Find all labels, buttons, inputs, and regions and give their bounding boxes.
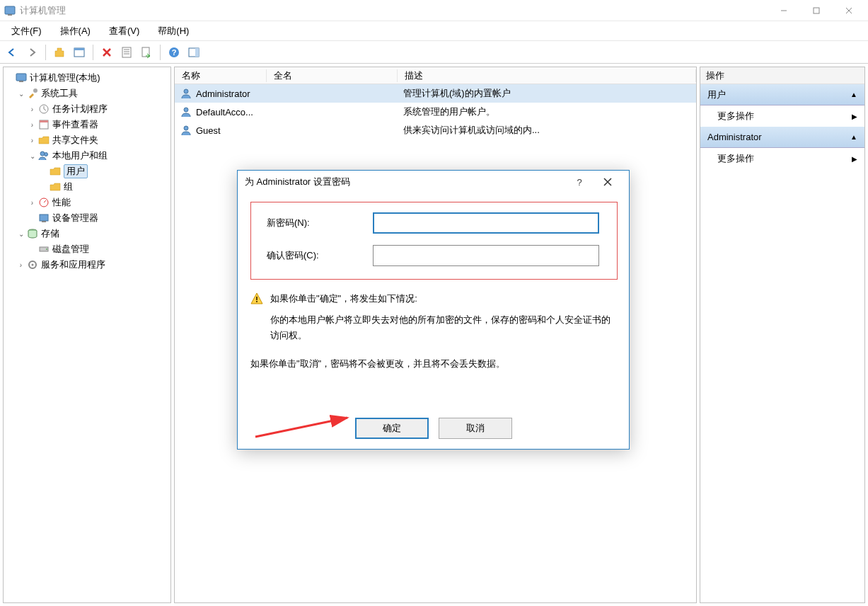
chevron-right-icon: ▶ bbox=[852, 155, 857, 163]
svg-point-31 bbox=[46, 248, 47, 250]
col-desc[interactable]: 描述 bbox=[398, 69, 696, 82]
folder-icon bbox=[50, 166, 61, 177]
menubar: 文件(F) 操作(A) 查看(V) 帮助(H) bbox=[0, 21, 868, 41]
new-password-input[interactable] bbox=[373, 212, 599, 234]
svg-rect-17 bbox=[195, 48, 199, 57]
svg-point-36 bbox=[184, 126, 188, 130]
up-button[interactable] bbox=[50, 43, 69, 62]
chevron-right-icon: ▶ bbox=[852, 113, 857, 120]
menu-view[interactable]: 查看(V) bbox=[102, 22, 146, 40]
tools-icon bbox=[27, 88, 38, 99]
tree-root[interactable]: 计算机管理(本地) bbox=[5, 70, 169, 86]
collapse-icon[interactable]: ⌄ bbox=[16, 230, 25, 238]
password-group: 新密码(N): 确认密码(C): bbox=[250, 202, 618, 280]
dialog-close-button[interactable] bbox=[594, 171, 622, 193]
event-icon bbox=[38, 119, 50, 130]
tree-services[interactable]: › 服务和应用程序 bbox=[5, 257, 169, 273]
close-button[interactable] bbox=[833, 0, 865, 21]
expand-icon[interactable]: › bbox=[28, 199, 37, 207]
tree-event-viewer[interactable]: › 事件查看器 bbox=[5, 117, 169, 132]
device-icon bbox=[38, 212, 50, 224]
svg-point-20 bbox=[33, 88, 37, 93]
action-pane-button[interactable] bbox=[185, 43, 203, 62]
delete-button[interactable] bbox=[98, 43, 116, 62]
svg-rect-23 bbox=[40, 120, 48, 122]
user-icon bbox=[180, 125, 192, 136]
menu-file[interactable]: 文件(F) bbox=[4, 22, 49, 40]
confirm-password-input[interactable] bbox=[373, 245, 599, 266]
tree-pane: 计算机管理(本地) ⌄ 系统工具 › 任务计划程序 › 事件查看器 › 共享文件… bbox=[3, 67, 171, 603]
forward-button[interactable] bbox=[23, 43, 41, 62]
users-icon bbox=[38, 150, 50, 161]
cancel-info: 如果你单击"取消"，密码将不会被更改，并且将不会丢失数据。 bbox=[250, 356, 618, 372]
col-full[interactable]: 全名 bbox=[267, 69, 398, 82]
user-icon bbox=[180, 88, 192, 99]
tree-performance[interactable]: › 性能 bbox=[5, 195, 169, 210]
dialog-help-button[interactable]: ? bbox=[565, 171, 594, 193]
list-row[interactable]: Administrator 管理计算机(域)的内置帐户 bbox=[175, 84, 696, 103]
list-header: 名称 全名 描述 bbox=[175, 67, 696, 84]
svg-text:?: ? bbox=[172, 48, 177, 57]
set-password-dialog: 为 Administrator 设置密码 ? 新密码(N): 确认密码(C): … bbox=[237, 170, 630, 450]
svg-rect-8 bbox=[122, 47, 131, 57]
svg-rect-7 bbox=[74, 48, 84, 50]
properties-button[interactable] bbox=[117, 43, 136, 62]
help-button[interactable]: ? bbox=[165, 43, 183, 62]
expand-icon[interactable]: › bbox=[16, 261, 25, 269]
tree-storage[interactable]: ⌄ 存储 bbox=[5, 226, 169, 241]
svg-rect-1 bbox=[8, 14, 12, 16]
svg-point-35 bbox=[184, 108, 188, 112]
collapse-icon[interactable]: ⌄ bbox=[28, 152, 37, 160]
expand-icon[interactable]: › bbox=[28, 105, 37, 113]
list-row[interactable]: DefaultAcco... 系统管理的用户帐户。 bbox=[175, 103, 696, 121]
col-name[interactable]: 名称 bbox=[175, 69, 267, 82]
disk-icon bbox=[38, 244, 50, 255]
warning-headline: 如果你单击"确定"，将发生如下情况: bbox=[270, 292, 417, 305]
tree-local-users[interactable]: ⌄ 本地用户和组 bbox=[5, 148, 169, 164]
svg-point-24 bbox=[40, 152, 45, 156]
action-more-admin[interactable]: 更多操作 ▶ bbox=[700, 148, 864, 169]
back-button[interactable] bbox=[3, 43, 21, 62]
maximize-button[interactable] bbox=[800, 0, 833, 21]
svg-rect-18 bbox=[16, 74, 26, 81]
computer-icon bbox=[16, 72, 27, 84]
tree-task-scheduler[interactable]: › 任务计划程序 bbox=[5, 101, 169, 117]
ok-button[interactable]: 确定 bbox=[355, 418, 429, 439]
minimize-button[interactable] bbox=[768, 0, 800, 21]
menu-action[interactable]: 操作(A) bbox=[53, 22, 98, 40]
export-button[interactable] bbox=[137, 43, 156, 62]
window-title: 计算机管理 bbox=[20, 4, 768, 17]
tree-shared-folders[interactable]: › 共享文件夹 bbox=[5, 132, 169, 148]
menu-help[interactable]: 帮助(H) bbox=[151, 22, 196, 40]
warning-body: 你的本地用户帐户将立即失去对他的所有加密的文件，保存的密码和个人安全证书的访问权… bbox=[270, 312, 618, 343]
tree-device-manager[interactable]: 设备管理器 bbox=[5, 210, 169, 226]
services-icon bbox=[27, 259, 38, 270]
tree-disk-mgmt[interactable]: 磁盘管理 bbox=[5, 241, 169, 257]
action-section-admin[interactable]: Administrator ▲ bbox=[700, 127, 864, 148]
show-hide-tree-button[interactable] bbox=[70, 43, 88, 62]
svg-rect-3 bbox=[814, 8, 819, 13]
svg-point-25 bbox=[45, 153, 48, 156]
dialog-titlebar: 为 Administrator 设置密码 ? bbox=[238, 171, 629, 193]
action-header: 操作 bbox=[700, 67, 864, 84]
app-icon bbox=[4, 5, 16, 16]
collapse-icon[interactable]: ⌄ bbox=[16, 90, 25, 98]
tree-groups[interactable]: 组 bbox=[5, 179, 169, 195]
action-pane: 操作 用户 ▲ 更多操作 ▶ Administrator ▲ 更多操作 ▶ bbox=[700, 67, 865, 603]
tree-system-tools[interactable]: ⌄ 系统工具 bbox=[5, 86, 169, 101]
expand-icon[interactable]: › bbox=[28, 121, 37, 129]
action-section-users[interactable]: 用户 ▲ bbox=[700, 84, 864, 105]
list-row[interactable]: Guest 供来宾访问计算机或访问域的内... bbox=[175, 121, 696, 139]
collapse-icon: ▲ bbox=[850, 133, 857, 141]
performance-icon bbox=[38, 197, 50, 208]
svg-rect-28 bbox=[42, 221, 46, 222]
toolbar: ? bbox=[0, 41, 868, 64]
cancel-button[interactable]: 取消 bbox=[439, 418, 512, 439]
action-more-users[interactable]: 更多操作 ▶ bbox=[700, 105, 864, 127]
shared-folder-icon bbox=[38, 135, 50, 146]
tree-users[interactable]: 用户 bbox=[5, 164, 169, 179]
dialog-title: 为 Administrator 设置密码 bbox=[245, 176, 565, 188]
expand-icon[interactable]: › bbox=[28, 137, 37, 144]
new-password-label: 新密码(N): bbox=[267, 217, 373, 229]
collapse-icon: ▲ bbox=[850, 91, 857, 98]
